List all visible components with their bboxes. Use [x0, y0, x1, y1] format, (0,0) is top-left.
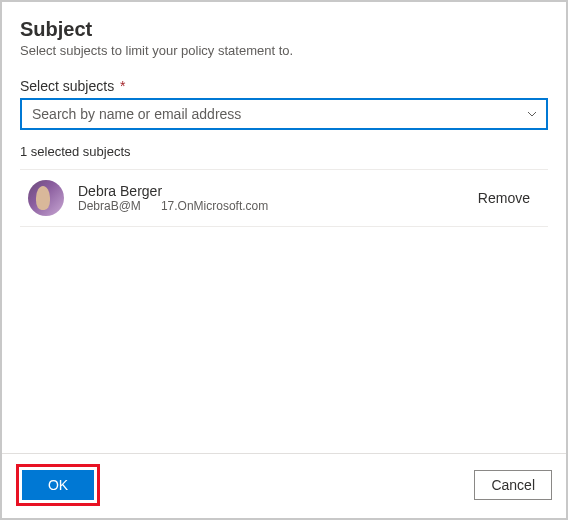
- person-name: Debra Berger: [78, 183, 470, 199]
- dialog-content: Subject Select subjects to limit your po…: [2, 2, 566, 453]
- search-subjects-combobox[interactable]: [20, 98, 548, 130]
- cancel-button[interactable]: Cancel: [474, 470, 552, 500]
- dialog-footer: OK Cancel: [2, 453, 566, 518]
- person-info: Debra Berger DebraB@M 17.OnMicrosoft.com: [78, 183, 470, 213]
- person-email: DebraB@M 17.OnMicrosoft.com: [78, 199, 470, 213]
- avatar: [28, 180, 64, 216]
- page-title: Subject: [20, 18, 548, 41]
- page-subtitle: Select subjects to limit your policy sta…: [20, 43, 548, 58]
- ok-button[interactable]: OK: [22, 470, 94, 500]
- select-subjects-label: Select subjects *: [20, 78, 548, 94]
- required-marker: *: [120, 78, 125, 94]
- selected-count-text: 1 selected subjects: [20, 144, 548, 159]
- list-item: Debra Berger DebraB@M 17.OnMicrosoft.com…: [20, 170, 548, 227]
- search-input[interactable]: [32, 106, 526, 122]
- chevron-down-icon[interactable]: [526, 108, 538, 120]
- selected-subjects-list: Debra Berger DebraB@M 17.OnMicrosoft.com…: [20, 169, 548, 227]
- remove-button[interactable]: Remove: [470, 184, 538, 212]
- ok-button-highlight: OK: [16, 464, 100, 506]
